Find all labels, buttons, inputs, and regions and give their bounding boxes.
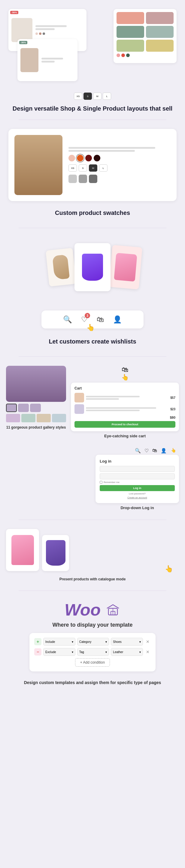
size-xs[interactable]: XS <box>74 93 82 100</box>
dress-image <box>82 254 103 281</box>
include-label-dropdown[interactable]: Include ▾ <box>43 638 75 646</box>
cart-item-image-1 <box>74 393 84 402</box>
category-dropdown[interactable]: Category ▾ <box>77 638 109 646</box>
sz-s[interactable]: S <box>79 164 87 172</box>
add-condition-container: + Add condition <box>34 658 151 666</box>
login-heart-icon[interactable]: ♡ <box>145 448 149 454</box>
leather-dropdown[interactable]: Leather ▾ <box>111 648 143 656</box>
swatches-card: XS S M L <box>8 129 177 201</box>
category-label: Category <box>79 640 92 644</box>
accent-dot <box>117 54 120 57</box>
gallery-main-image <box>6 366 66 402</box>
exclude-remove-button[interactable]: ✕ <box>145 649 151 655</box>
section-wishlist: 🔍 ♡ 3 🛍 👤 👆 Let customers create wishlis… <box>0 231 185 353</box>
include-remove-button[interactable]: ✕ <box>145 639 151 645</box>
divider-1 <box>19 120 167 120</box>
login-person-icon[interactable]: 👤 <box>161 448 167 454</box>
shop-card-3: -30% <box>18 39 78 81</box>
jacket-image <box>114 253 137 282</box>
exclude-label-dropdown[interactable]: Exclude ▾ <box>43 648 75 656</box>
sale-badge-1: -50% <box>10 11 18 14</box>
sz-m[interactable]: M <box>89 164 97 172</box>
text-line <box>41 61 55 63</box>
remember-label: Remember me <box>103 481 120 484</box>
login-bag-icon[interactable]: 🛍 <box>152 448 157 454</box>
cart-item-image-2 <box>74 404 84 414</box>
wishlist-badge-count: 3 <box>85 313 90 318</box>
gallery-thumb-1[interactable] <box>6 404 17 412</box>
checkout-button[interactable]: Proceed to checkout <box>74 421 175 428</box>
gallery-cell <box>21 414 35 422</box>
cart-item-lines-2 <box>86 407 168 411</box>
size-s[interactable]: S <box>84 93 92 100</box>
color-dot <box>35 32 38 35</box>
divider-4 <box>19 520 167 520</box>
login-search-icon[interactable]: 🔍 <box>135 448 141 454</box>
section-swatches: XS S M L Custom product swatches <box>0 123 185 225</box>
square-swatch-row <box>68 175 171 183</box>
gallery-thumb-2[interactable] <box>18 404 29 412</box>
accent-dot <box>126 54 130 57</box>
sq-swatch-3[interactable] <box>89 175 97 183</box>
section-shop-layouts: -50% <box>0 0 185 117</box>
gallery-thumbs <box>6 404 66 412</box>
cart-icon-area: 🛍 👆 <box>71 366 179 381</box>
password-input[interactable] <box>100 473 175 479</box>
swatch-circle-2[interactable] <box>77 155 84 161</box>
login-box: Log in Remember me Log in Lost password?… <box>95 455 179 503</box>
product-card-dress <box>74 243 111 291</box>
product-image-2 <box>21 48 38 72</box>
top-row: 11 gorgeous product gallery styles 🛍 👆 C… <box>6 366 179 439</box>
item-line <box>86 398 119 400</box>
cart-bag-icon: 🛍 <box>122 366 128 373</box>
divider-2 <box>19 228 167 228</box>
cart-item-1: $57 <box>74 393 175 402</box>
color-swatch <box>146 26 174 38</box>
shoes-dropdown[interactable]: Shoes ▾ <box>111 638 143 646</box>
size-l[interactable]: L <box>103 93 111 100</box>
cart-title: Cart <box>74 386 175 391</box>
create-account-link[interactable]: Create an account <box>100 496 175 499</box>
size-m[interactable]: M <box>93 93 101 100</box>
swatch-circle-4[interactable] <box>94 155 100 161</box>
search-icon[interactable]: 🔍 <box>63 315 72 324</box>
color-swatch <box>117 40 144 52</box>
add-condition-button[interactable]: + Add condition <box>75 658 110 666</box>
tag-label: Tag <box>79 650 84 654</box>
lost-password-link[interactable]: Lost password? <box>100 492 175 495</box>
swatch-circle-1[interactable] <box>68 155 75 161</box>
sz-l[interactable]: L <box>99 164 107 172</box>
tag-dropdown[interactable]: Tag ▾ <box>77 648 109 656</box>
accent-dot <box>121 54 125 57</box>
desc-line <box>68 147 155 149</box>
color-dots <box>35 32 84 35</box>
product-text-2 <box>41 58 74 63</box>
login-label: Drop-down Log in <box>95 505 179 510</box>
login-widget: 🔍 ♡ 🛍 👤 👆 Log in Remember me Log in Lost… <box>95 448 179 510</box>
login-cursor-icon: 👆 <box>171 448 176 454</box>
woo-bottom-text: Design custom templates and assign them … <box>24 680 161 686</box>
gallery-cell <box>52 414 66 422</box>
shop-card-2 <box>114 9 177 63</box>
sz-xs[interactable]: XS <box>68 164 77 172</box>
sq-swatch-2[interactable] <box>79 175 87 183</box>
person-icon[interactable]: 👤 <box>113 315 122 324</box>
login-row: 🔍 ♡ 🛍 👤 👆 Log in Remember me Log in Lost… <box>6 448 179 510</box>
swatches-right: XS S M L <box>68 135 171 195</box>
woo-logo: Woo <box>65 600 120 619</box>
login-title: Log in <box>100 459 175 463</box>
size-selector[interactable]: XS S M L <box>74 93 111 100</box>
include-rule: + Include ▾ Category ▾ Shoes ▾ ✕ <box>34 638 151 646</box>
bag-icon[interactable]: 🛍 <box>97 315 104 324</box>
swatch-circle-3[interactable] <box>85 155 92 161</box>
login-button[interactable]: Log in <box>100 485 175 491</box>
color-dot <box>43 32 45 35</box>
include-plus-icon: + <box>34 638 41 645</box>
swatches-title: Custom product swatches <box>55 209 130 217</box>
catalogue-dress <box>46 540 65 566</box>
username-input[interactable] <box>100 466 175 472</box>
heart-wishlist[interactable]: ♡ 3 <box>81 315 88 324</box>
remember-checkbox[interactable] <box>100 481 102 484</box>
sq-swatch-1[interactable] <box>68 175 77 183</box>
gallery-thumb-3[interactable] <box>30 404 41 412</box>
